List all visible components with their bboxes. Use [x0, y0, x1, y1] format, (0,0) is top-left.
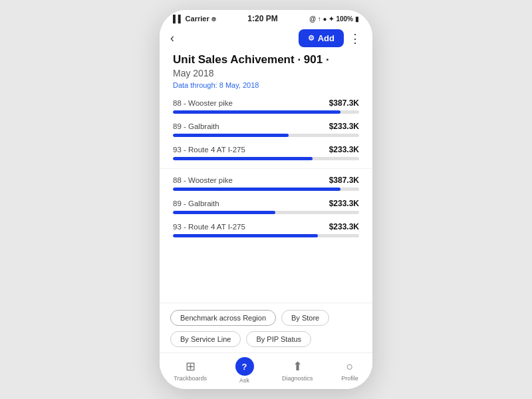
signal-icon: ▌▌: [173, 15, 184, 23]
bar-item: 88 - Wooster pike $387.3K: [173, 98, 359, 114]
nav-tab-ask[interactable]: ? Ask: [235, 357, 254, 384]
filter-button[interactable]: By Service Line: [170, 331, 241, 347]
filter-button[interactable]: By PIP Status: [246, 331, 311, 347]
status-time: 1:20 PM: [247, 14, 277, 23]
bar-label: 89 - Galbraith: [173, 200, 219, 207]
bar-value: $387.3K: [329, 98, 359, 108]
bar-track: [173, 134, 359, 137]
bar-label: 93 - Route 4 AT I-275: [173, 223, 245, 231]
bar-fill: [173, 234, 318, 237]
phone-shell: ▌▌ Carrier ⌾ 1:20 PM @ ↑ ● ✦ 100% ▮ ‹ ⚙ …: [160, 10, 372, 389]
title-badge: 901: [304, 53, 323, 66]
bar-fill: [173, 157, 313, 160]
ask-icon: ?: [235, 357, 254, 376]
status-bar: ▌▌ Carrier ⌾ 1:20 PM @ ↑ ● ✦ 100% ▮: [160, 10, 372, 26]
bar-label: 88 - Wooster pike: [173, 176, 233, 184]
back-button[interactable]: ‹: [170, 29, 180, 48]
bar-track: [173, 234, 359, 237]
bar-item: 88 - Wooster pike $387.3K: [173, 176, 359, 191]
bar-fill: [173, 188, 340, 191]
bar-label: 88 - Wooster pike: [173, 99, 233, 107]
diagnostics-icon: ⬆: [293, 359, 303, 374]
bar-value: $233.3K: [329, 122, 359, 131]
bar-track: [173, 157, 359, 160]
profile-icon: ○: [346, 360, 354, 374]
battery-label: 100%: [336, 15, 353, 23]
title-text: Unit Sales Achivement: [173, 53, 295, 66]
bar-item: 89 - Galbraith $233.3K: [173, 199, 359, 214]
status-icons: @ ↑ ● ✦: [309, 15, 334, 23]
nav-tab-label: Trackboards: [174, 375, 207, 382]
add-button-label: Add: [318, 33, 334, 43]
nav-tab-diagnostics[interactable]: ⬆ Diagnostics: [282, 359, 313, 382]
more-button[interactable]: ⋮: [349, 31, 362, 46]
nav-tab-profile[interactable]: ○ Profile: [341, 360, 358, 382]
filter-buttons: Benchmark across RegionBy StoreBy Servic…: [160, 303, 372, 352]
bar-value: $233.3K: [329, 222, 359, 231]
nav-actions: ⚙ Add ⋮: [299, 29, 362, 47]
bar-value: $387.3K: [329, 176, 359, 185]
bar-item: 93 - Route 4 AT I-275 $233.3K: [173, 145, 359, 160]
battery-icon: ▮: [355, 15, 359, 23]
filter-button[interactable]: By Store: [281, 310, 329, 326]
nav-tab-trackboards[interactable]: ⊞ Trackboards: [174, 359, 207, 382]
page-header: Unit Sales Achivement · 901 · May 2018 D…: [173, 53, 359, 89]
bar-label: 93 - Route 4 AT I-275: [173, 146, 245, 154]
bar-track: [173, 211, 359, 214]
title-dot1: ·: [297, 53, 303, 66]
bar-value: $233.3K: [329, 199, 359, 208]
bar-fill: [173, 134, 289, 137]
section-divider: [160, 168, 372, 169]
bar-track: [173, 110, 359, 114]
page-content: Unit Sales Achivement · 901 · May 2018 D…: [160, 53, 372, 303]
wifi-icon: ⌾: [211, 15, 216, 23]
trackboards-icon: ⊞: [186, 359, 196, 374]
nav-bar: ‹ ⚙ Add ⋮: [160, 26, 372, 53]
status-right: @ ↑ ● ✦ 100% ▮: [309, 15, 359, 23]
bar-item: 89 - Galbraith $233.3K: [173, 122, 359, 137]
add-button[interactable]: ⚙ Add: [299, 29, 344, 47]
bar-track: [173, 188, 359, 191]
bottom-nav: ⊞ Trackboards ? Ask ⬆ Diagnostics ○ Prof…: [160, 352, 372, 389]
page-date: Data through: 8 May, 2018: [173, 81, 359, 89]
page-title: Unit Sales Achivement · 901 ·: [173, 53, 359, 66]
bar-item: 93 - Route 4 AT I-275 $233.3K: [173, 222, 359, 237]
bar-fill: [173, 110, 340, 114]
filter-button[interactable]: Benchmark across Region: [170, 310, 276, 326]
nav-tab-label: Profile: [341, 375, 358, 382]
nav-tab-label: Diagnostics: [282, 375, 313, 382]
status-left: ▌▌ Carrier ⌾: [173, 15, 216, 23]
carrier-label: Carrier: [186, 15, 209, 23]
title-dot2: ·: [326, 53, 329, 66]
page-subtitle: May 2018: [173, 68, 359, 78]
bar-fill: [173, 211, 275, 214]
bar-list: 88 - Wooster pike $387.3K 89 - Galbraith…: [173, 98, 359, 237]
bar-value: $233.3K: [329, 145, 359, 154]
bar-label: 89 - Galbraith: [173, 122, 219, 130]
filter-icon: ⚙: [308, 34, 315, 43]
nav-tab-label: Ask: [239, 377, 249, 384]
bottom-area: Benchmark across RegionBy StoreBy Servic…: [160, 303, 372, 389]
